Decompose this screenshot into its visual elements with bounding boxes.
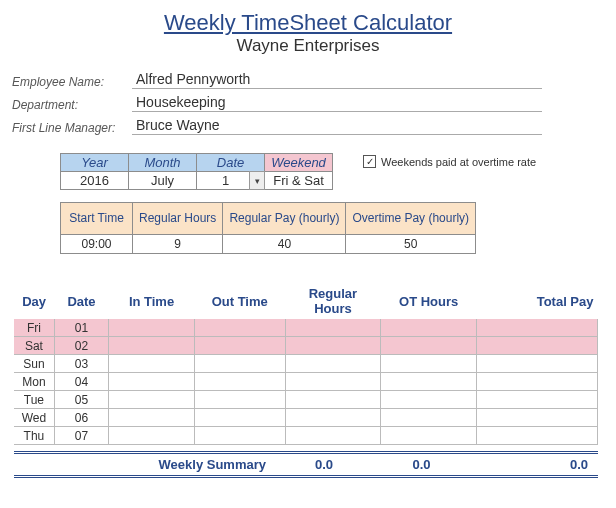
col-in-header: In Time (109, 284, 195, 319)
date-cell: 04 (54, 373, 108, 391)
summary-total-pay: 0.0 (469, 457, 598, 472)
weekend-header: Weekend (265, 154, 333, 172)
department-field[interactable]: Housekeeping (132, 93, 542, 112)
in-time-cell[interactable] (109, 409, 195, 427)
day-cell: Fri (14, 319, 54, 337)
reg-hours-cell (285, 319, 381, 337)
total-pay-cell (477, 409, 598, 427)
reg-hours-cell (285, 355, 381, 373)
in-time-cell[interactable] (109, 427, 195, 445)
out-time-cell[interactable] (194, 355, 285, 373)
manager-label: First Line Manager: (12, 121, 132, 135)
out-time-cell[interactable] (194, 391, 285, 409)
ot-pay-header: Overtime Pay (hourly) (346, 203, 476, 235)
total-pay-cell (477, 319, 598, 337)
date-cell: 01 (54, 319, 108, 337)
ot-hours-cell (381, 319, 477, 337)
table-row: Wed06 (14, 409, 598, 427)
col-ot-header: OT Hours (381, 284, 477, 319)
weekend-cell[interactable]: Fri & Sat (265, 172, 333, 190)
day-cell: Sat (14, 337, 54, 355)
table-row: Thu07 (14, 427, 598, 445)
in-time-cell[interactable] (109, 319, 195, 337)
date-cell: 07 (54, 427, 108, 445)
overtime-checkbox-label: Weekends paid at overtime rate (381, 156, 536, 168)
date-header: Date (197, 154, 265, 172)
year-header: Year (61, 154, 129, 172)
col-out-header: Out Time (194, 284, 285, 319)
date-cell: 06 (54, 409, 108, 427)
reg-hours-cell (285, 337, 381, 355)
date-cell: 05 (54, 391, 108, 409)
employee-name-label: Employee Name: (12, 75, 132, 89)
in-time-cell[interactable] (109, 337, 195, 355)
day-cell: Thu (14, 427, 54, 445)
ot-pay-cell[interactable]: 50 (346, 235, 476, 254)
manager-field[interactable]: Bruce Wayne (132, 116, 542, 135)
employee-name-field[interactable]: Alfred Pennyworth (132, 70, 542, 89)
table-row: Tue05 (14, 391, 598, 409)
overtime-checkbox[interactable]: ✓ Weekends paid at overtime rate (363, 155, 536, 168)
table-row: Sun03 (14, 355, 598, 373)
ot-hours-cell (381, 427, 477, 445)
table-row: Fri01 (14, 319, 598, 337)
start-time-header: Start Time (61, 203, 133, 235)
total-pay-cell (477, 427, 598, 445)
reg-hours-cell (285, 427, 381, 445)
month-cell[interactable]: July (129, 172, 197, 190)
date-value: 1 (222, 173, 229, 188)
department-label: Department: (12, 98, 132, 112)
weekly-summary-row: Weekly Summary 0.0 0.0 0.0 (14, 451, 598, 478)
start-time-cell[interactable]: 09:00 (61, 235, 133, 254)
col-reg-header: Regular Hours (285, 284, 381, 319)
reg-pay-header: Regular Pay (hourly) (223, 203, 346, 235)
total-pay-cell (477, 373, 598, 391)
in-time-cell[interactable] (109, 355, 195, 373)
summary-label: Weekly Summary (14, 457, 274, 472)
day-cell: Tue (14, 391, 54, 409)
dropdown-arrow-icon[interactable]: ▾ (249, 171, 265, 190)
config-table: Year Month Date Weekend 2016 July 1 ▾ Fr… (60, 153, 333, 190)
table-row: Mon04 (14, 373, 598, 391)
day-cell: Wed (14, 409, 54, 427)
in-time-cell[interactable] (109, 391, 195, 409)
ot-hours-cell (381, 355, 477, 373)
out-time-cell[interactable] (194, 337, 285, 355)
date-cell: 03 (54, 355, 108, 373)
ot-hours-cell (381, 373, 477, 391)
checkmark-icon: ✓ (363, 155, 376, 168)
month-header: Month (129, 154, 197, 172)
total-pay-cell (477, 391, 598, 409)
reg-hours-cell (285, 373, 381, 391)
pay-settings-table: Start Time Regular Hours Regular Pay (ho… (60, 202, 476, 254)
col-pay-header: Total Pay (477, 284, 598, 319)
day-cell: Sun (14, 355, 54, 373)
reg-pay-cell[interactable]: 40 (223, 235, 346, 254)
reg-hours-cell[interactable]: 9 (133, 235, 223, 254)
day-cell: Mon (14, 373, 54, 391)
summary-reg-hours: 0.0 (274, 457, 374, 472)
col-day-header: Day (14, 284, 54, 319)
company-name: Wayne Enterprises (12, 36, 604, 56)
page-title: Weekly TimeSheet Calculator (12, 10, 604, 36)
col-date-header: Date (54, 284, 108, 319)
out-time-cell[interactable] (194, 373, 285, 391)
week-table: Day Date In Time Out Time Regular Hours … (14, 284, 598, 445)
ot-hours-cell (381, 409, 477, 427)
in-time-cell[interactable] (109, 373, 195, 391)
total-pay-cell (477, 355, 598, 373)
table-row: Sat02 (14, 337, 598, 355)
reg-hours-header: Regular Hours (133, 203, 223, 235)
date-cell[interactable]: 1 ▾ (197, 172, 265, 190)
summary-ot-hours: 0.0 (374, 457, 469, 472)
ot-hours-cell (381, 391, 477, 409)
out-time-cell[interactable] (194, 409, 285, 427)
out-time-cell[interactable] (194, 427, 285, 445)
ot-hours-cell (381, 337, 477, 355)
reg-hours-cell (285, 409, 381, 427)
year-cell[interactable]: 2016 (61, 172, 129, 190)
date-cell: 02 (54, 337, 108, 355)
out-time-cell[interactable] (194, 319, 285, 337)
reg-hours-cell (285, 391, 381, 409)
total-pay-cell (477, 337, 598, 355)
